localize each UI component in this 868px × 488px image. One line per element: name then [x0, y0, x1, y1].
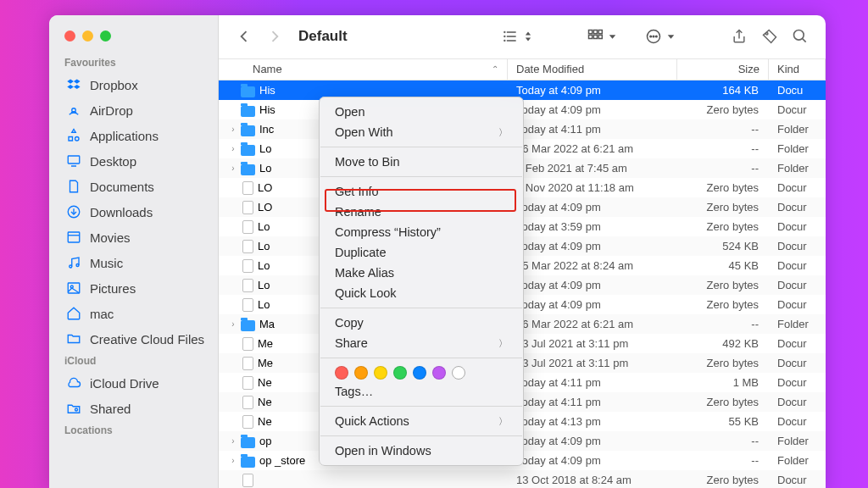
file-name: Ne: [258, 396, 272, 408]
action-button[interactable]: [645, 28, 675, 45]
sidebar-item[interactable]: Applications: [49, 123, 218, 148]
document-icon: [242, 201, 253, 214]
disclosure-icon[interactable]: ›: [227, 456, 239, 465]
menu-quick-actions[interactable]: Quick Actions〉: [320, 411, 523, 431]
header-name[interactable]: Name⌃: [219, 59, 508, 80]
file-size: Zero bytes: [677, 298, 769, 311]
zoom-icon[interactable]: [100, 30, 111, 42]
menu-get-info[interactable]: Get Info: [320, 181, 523, 202]
table-row[interactable]: HisToday at 4:09 pm164 KBDocu: [219, 80, 826, 100]
apps-icon: [66, 128, 81, 143]
sidebar-item[interactable]: Downloads: [49, 199, 218, 225]
table-row[interactable]: 13 Oct 2018 at 8:24 amZero bytesDocur: [219, 470, 826, 488]
file-name: LO: [258, 201, 272, 214]
sidebar-item[interactable]: Shared: [49, 396, 218, 421]
document-icon: [242, 396, 253, 409]
sidebar-item[interactable]: Movies: [49, 225, 218, 250]
file-date: Today at 4:09 pm: [508, 240, 677, 252]
disclosure-icon[interactable]: ›: [227, 125, 239, 134]
file-name: Inc: [259, 123, 274, 136]
folder-icon: [241, 457, 255, 468]
sidebar-item[interactable]: iCloud Drive: [49, 370, 218, 396]
file-date: Today at 4:11 pm: [508, 123, 677, 136]
file-size: --: [677, 318, 769, 330]
menu-move-to-bin[interactable]: Move to Bin: [320, 152, 523, 172]
file-date: Today at 4:11 pm: [508, 396, 677, 408]
sidebar-item[interactable]: Dropbox: [49, 72, 218, 97]
header-kind[interactable]: Kind: [769, 59, 826, 80]
tag-color-dot[interactable]: [354, 366, 368, 380]
sidebar-item[interactable]: mac: [49, 301, 218, 326]
sidebar-section-label: iCloud: [49, 352, 218, 370]
window-title: Default: [298, 28, 348, 45]
menu-open[interactable]: Open: [320, 102, 523, 122]
sidebar-item[interactable]: Creative Cloud Files: [49, 326, 218, 352]
document-icon: [242, 220, 253, 234]
tag-color-dot[interactable]: [432, 366, 446, 380]
desktop-icon: [66, 153, 81, 169]
svg-rect-1: [68, 156, 80, 164]
close-icon[interactable]: [64, 30, 75, 42]
file-date: Today at 4:09 pm: [508, 435, 677, 447]
group-button[interactable]: [587, 28, 616, 45]
file-date: 23 Jul 2021 at 3:11 pm: [508, 357, 677, 369]
sidebar: FavouritesDropboxAirDropApplicationsDesk…: [49, 15, 219, 488]
file-name: Lo: [258, 298, 270, 311]
disclosure-icon[interactable]: ›: [227, 144, 239, 153]
menu-compress[interactable]: Compress “History”: [320, 222, 523, 242]
menu-rename[interactable]: Rename: [320, 202, 523, 222]
file-name: Ma: [259, 318, 275, 330]
folder-icon: [66, 331, 81, 347]
menu-open-in-windows[interactable]: Open in Windows: [320, 441, 523, 461]
sidebar-item-label: Movies: [90, 230, 131, 245]
tag-color-dot[interactable]: [374, 366, 387, 380]
document-icon: [242, 259, 253, 273]
share-button[interactable]: [729, 26, 749, 47]
svg-point-6: [70, 265, 72, 268]
file-name: Lo: [259, 162, 271, 175]
forward-button[interactable]: [264, 26, 285, 47]
sidebar-item[interactable]: AirDrop: [49, 97, 218, 123]
sidebar-item[interactable]: Desktop: [49, 148, 218, 174]
folder-icon: [241, 437, 255, 448]
sidebar-item[interactable]: Documents: [49, 174, 218, 199]
sidebar-item-label: iCloud Drive: [90, 376, 159, 391]
svg-marker-17: [526, 32, 531, 36]
menu-share[interactable]: Share〉: [320, 333, 523, 353]
menu-duplicate[interactable]: Duplicate: [320, 242, 523, 263]
music-icon: [66, 255, 81, 270]
file-name: His: [259, 103, 275, 116]
disclosure-icon[interactable]: ›: [227, 436, 239, 446]
svg-point-14: [504, 32, 505, 33]
sidebar-item-label: AirDrop: [90, 103, 133, 118]
svg-point-10: [75, 408, 78, 411]
header-date[interactable]: Date Modified: [508, 59, 677, 80]
tag-color-dot[interactable]: [335, 366, 348, 380]
menu-copy[interactable]: Copy: [320, 313, 523, 333]
tag-color-dot[interactable]: [452, 366, 465, 380]
menu-open-with[interactable]: Open With〉: [320, 122, 523, 142]
menu-quick-look[interactable]: Quick Look: [320, 283, 523, 303]
view-mode-button[interactable]: [502, 28, 532, 45]
menu-make-alias[interactable]: Make Alias: [320, 263, 523, 283]
menu-tags[interactable]: Tags…: [320, 381, 523, 402]
tag-color-dot[interactable]: [413, 366, 426, 380]
file-name: Lo: [258, 220, 270, 233]
file-kind: Docur: [769, 279, 826, 291]
file-kind: Docur: [769, 337, 826, 350]
sidebar-item-label: Downloads: [90, 205, 153, 219]
sidebar-section-label: Favourites: [49, 53, 218, 72]
tags-button[interactable]: [760, 26, 780, 47]
back-button[interactable]: [234, 26, 254, 47]
search-button[interactable]: [790, 26, 810, 47]
sidebar-item[interactable]: Pictures: [49, 275, 218, 301]
disclosure-icon[interactable]: ›: [227, 164, 239, 173]
header-size[interactable]: Size: [677, 59, 769, 80]
file-name: Me: [258, 357, 273, 369]
minimize-icon[interactable]: [82, 30, 93, 42]
disclosure-icon[interactable]: ›: [227, 319, 239, 329]
tag-color-dot[interactable]: [393, 366, 407, 380]
file-size: --: [677, 123, 769, 136]
sidebar-item[interactable]: Music: [49, 250, 218, 275]
sidebar-item-label: Documents: [90, 180, 154, 194]
